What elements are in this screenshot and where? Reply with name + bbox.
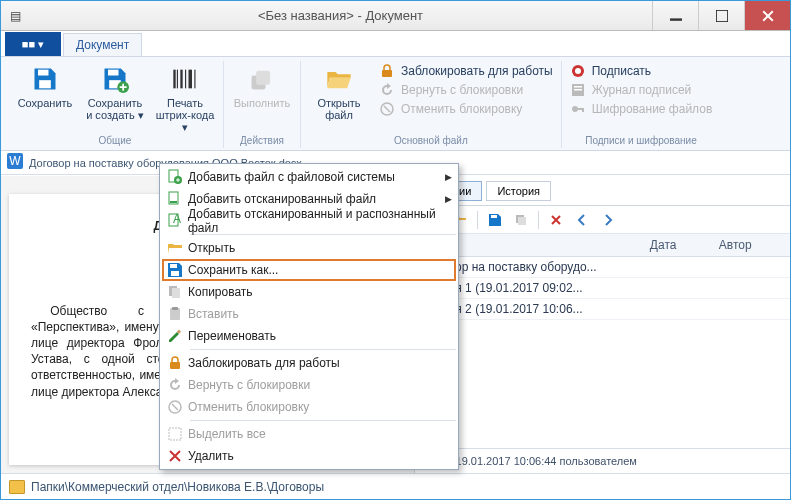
pencil-icon (162, 328, 188, 344)
return-from-lock-button: Вернуть с блокировки (379, 82, 553, 98)
svg-rect-44 (170, 362, 180, 369)
right-status: ...ена 19.01.2017 10:06:44 пользователем (415, 448, 790, 473)
svg-rect-7 (173, 70, 175, 89)
svg-rect-4 (108, 70, 119, 76)
stack-icon (246, 63, 278, 95)
right-pane: Версии История Имя Дата Автор Договор (415, 176, 790, 473)
cancel-lock-icon (162, 399, 188, 415)
cancel-icon (379, 101, 395, 117)
menu-rename[interactable]: Переименовать (162, 325, 456, 347)
save-button[interactable]: Сохранить (15, 61, 75, 133)
ribbon: Сохранить Сохранить и создать ▾ Печать ш… (1, 57, 790, 151)
maximize-button[interactable] (698, 1, 744, 30)
window-title: <Без названия> - Документ (29, 8, 652, 23)
tool-prev-icon[interactable] (571, 210, 593, 230)
svg-rect-14 (256, 71, 270, 85)
svg-rect-12 (194, 70, 195, 89)
stamp-icon (570, 63, 586, 79)
versions-grid[interactable]: Имя Дата Автор Договор на поставку обору… (415, 234, 790, 448)
menu-delete[interactable]: Удалить (162, 445, 456, 467)
delete-icon (162, 448, 188, 464)
tab-document[interactable]: Документ (63, 33, 142, 56)
group-label-sign: Подписи и шифрование (570, 133, 713, 146)
group-label-actions: Действия (232, 133, 292, 146)
group-label-common: Общие (15, 133, 215, 146)
tab-history[interactable]: История (486, 181, 551, 201)
status-bar: Папки\Коммерческий отдел\Новикова Е.В.\Д… (1, 473, 790, 499)
svg-rect-30 (518, 217, 526, 225)
minimize-button[interactable] (652, 1, 698, 30)
tool-delete-icon[interactable] (545, 210, 567, 230)
sign-journal-button: Журнал подписей (570, 82, 713, 98)
lock-for-work-button[interactable]: Заблокировать для работы (379, 63, 553, 79)
menu-open[interactable]: Открыть (162, 237, 456, 259)
journal-icon (570, 82, 586, 98)
select-all-icon (162, 426, 188, 442)
menu-paste: Вставить (162, 303, 456, 325)
right-toolbar (415, 206, 790, 234)
sign-button[interactable]: Подписать (570, 63, 713, 79)
submenu-arrow-icon: ▶ (440, 172, 456, 182)
menu-copy[interactable]: Копировать (162, 281, 456, 303)
copy-icon (162, 284, 188, 300)
tool-save-icon[interactable] (484, 210, 506, 230)
floppy-icon (29, 63, 61, 95)
ribbon-tab-row: ■■ ▾ Документ (1, 31, 790, 57)
svg-rect-20 (574, 86, 582, 88)
folder-icon (9, 480, 25, 494)
col-date[interactable]: Дата (642, 234, 711, 257)
key-icon (570, 101, 586, 117)
svg-text:W: W (9, 154, 21, 168)
menu-add-file-fs[interactable]: Добавить файл с файловой системы ▶ (162, 166, 456, 188)
open-file-button[interactable]: Открыть файл (309, 61, 369, 133)
svg-rect-2 (38, 70, 49, 76)
group-label-mainfile: Основной файл (309, 133, 553, 146)
right-tabs: Версии История (415, 176, 790, 206)
svg-rect-21 (574, 89, 582, 91)
print-barcode-button[interactable]: Печать штрих-кода ▾ (155, 61, 215, 133)
add-scan-icon (162, 191, 188, 207)
lock-icon (379, 63, 395, 79)
tool-next-icon[interactable] (597, 210, 619, 230)
execute-button: Выполнить (232, 61, 292, 133)
table-row[interactable]: Договор на поставку оборудо... (415, 257, 790, 278)
title-bar: ▤ <Без названия> - Документ (1, 1, 790, 31)
table-row[interactable]: версия 2 (19.01.2017 10:06... (415, 299, 790, 320)
app-menu-tab[interactable]: ■■ ▾ (5, 32, 61, 56)
svg-text:A: A (173, 213, 181, 226)
svg-rect-8 (177, 70, 178, 89)
svg-rect-9 (180, 70, 182, 89)
svg-rect-28 (491, 215, 497, 218)
floppy-plus-icon (99, 63, 131, 95)
svg-rect-46 (169, 428, 181, 440)
svg-rect-38 (171, 271, 179, 276)
svg-rect-10 (185, 70, 186, 89)
svg-rect-3 (39, 80, 51, 88)
menu-save-as[interactable]: Сохранить как... (162, 259, 456, 281)
folder-open-icon (323, 63, 355, 95)
svg-rect-34 (170, 201, 177, 203)
menu-select-all: Выделить все (162, 423, 456, 445)
col-author[interactable]: Автор (711, 234, 790, 257)
tool-copy-icon[interactable] (510, 210, 532, 230)
svg-rect-0 (670, 18, 682, 20)
svg-rect-1 (716, 10, 728, 22)
close-button[interactable] (744, 1, 790, 30)
menu-lock-for-work[interactable]: Заблокировать для работы (162, 352, 456, 374)
table-row[interactable]: версия 1 (19.01.2017 09:02... (415, 278, 790, 299)
word-doc-icon: W (7, 153, 23, 172)
add-scan-ocr-icon: A (162, 213, 188, 229)
svg-rect-40 (172, 288, 180, 298)
lock-icon (162, 355, 188, 371)
save-and-create-button[interactable]: Сохранить и создать ▾ (85, 61, 145, 133)
floppy-icon (162, 262, 188, 278)
menu-add-scanned-ocr[interactable]: A Добавить отсканированный и распознанны… (162, 210, 456, 232)
svg-rect-15 (382, 70, 392, 77)
svg-rect-42 (172, 307, 178, 310)
open-icon (162, 240, 188, 256)
svg-rect-37 (170, 264, 177, 268)
barcode-icon (169, 63, 201, 95)
encrypt-files-button: Шифрование файлов (570, 101, 713, 117)
submenu-arrow-icon: ▶ (440, 194, 456, 204)
svg-rect-24 (582, 108, 584, 112)
